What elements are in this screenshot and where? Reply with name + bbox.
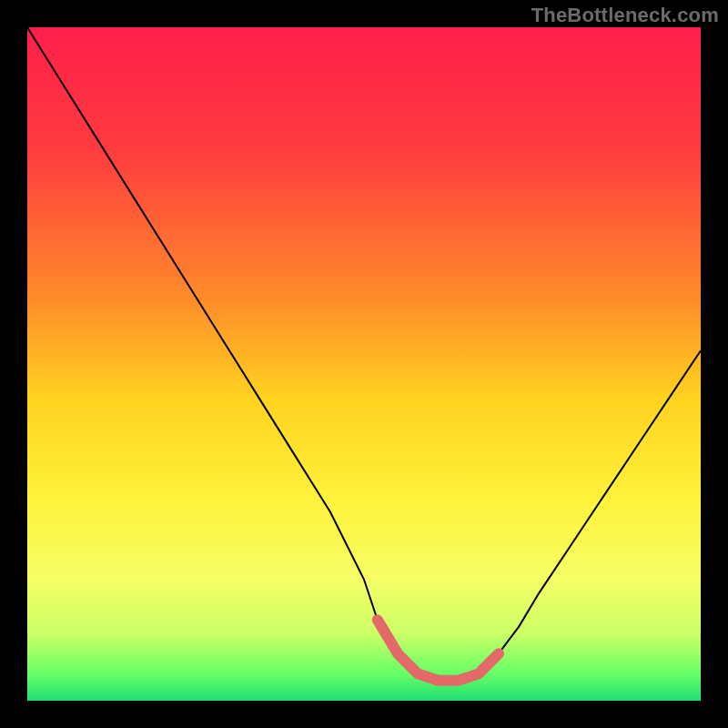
chart-svg: [27, 27, 701, 701]
chart-frame: TheBottleneck.com: [0, 0, 728, 728]
gradient-background: [27, 27, 701, 701]
plot-area: [27, 27, 701, 701]
watermark-text: TheBottleneck.com: [531, 4, 719, 27]
